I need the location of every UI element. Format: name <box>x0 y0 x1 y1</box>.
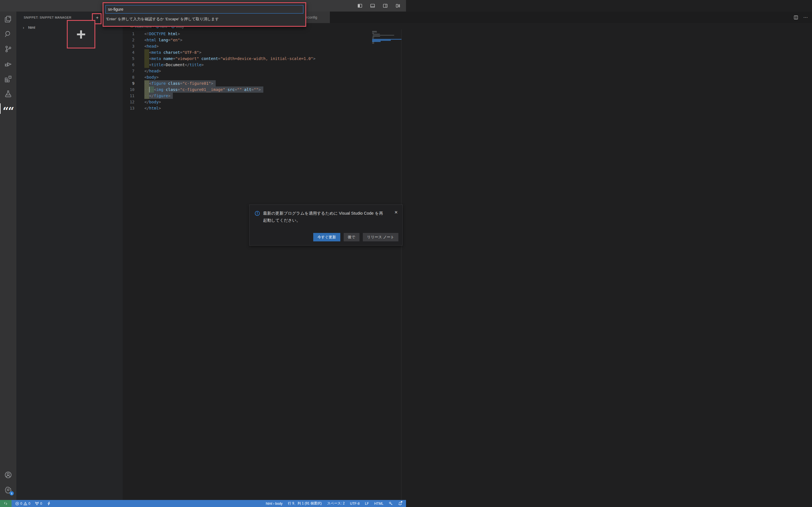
notification-message: 最新の更新プログラムを適用するために Visual Studio Code を再… <box>263 210 384 224</box>
sidebar-title: SNIPPET: SNIPPET MANAGER <box>24 16 71 19</box>
info-icon <box>255 211 260 216</box>
activity-bar-testing[interactable] <box>0 86 16 101</box>
code-line-5[interactable]: 5 <meta name="viewport" content="width=d… <box>123 55 406 62</box>
tree-item-label: html <box>28 24 35 31</box>
layout-sidebar-left-icon <box>357 3 362 8</box>
code-line-7[interactable]: 7</head> <box>123 68 406 74</box>
layout-customize-icon <box>396 3 400 8</box>
code-line-8[interactable]: 8<body> <box>123 74 406 80</box>
chevron-right-icon: › <box>23 24 24 31</box>
layout-controls <box>357 0 400 11</box>
run-debug-icon <box>4 60 12 68</box>
line-number: 7 <box>123 68 144 74</box>
code-line-3[interactable]: 3<head> <box>123 43 406 49</box>
layout-panel-icon-button[interactable] <box>370 3 375 8</box>
source-control-icon <box>4 45 12 53</box>
line-number: 11 <box>123 93 144 99</box>
notification-buttons: 今すぐ更新後でリリース ノート <box>313 233 398 241</box>
activity-bar-source-control[interactable] <box>0 41 16 56</box>
snippet-name-input[interactable] <box>105 5 303 13</box>
line-number: 12 <box>123 99 144 105</box>
activity-bar-run-debug[interactable] <box>0 56 16 71</box>
line-number: 5 <box>123 55 144 62</box>
layout-sidebar-left-icon-button[interactable] <box>357 3 362 8</box>
code-line-1[interactable]: 1<!DOCTYPE html> <box>123 31 406 37</box>
quick-input-hint: 'Enter' を押して入力を確認するか 'Escape' を押して取り消します <box>103 13 305 26</box>
code-line-11[interactable]: 11··</figure> <box>123 93 406 99</box>
search-icon <box>4 31 12 38</box>
line-number: 4 <box>123 49 144 55</box>
line-number: 1 <box>123 31 144 37</box>
info-icon <box>255 212 260 217</box>
code-line-13[interactable]: 13</html> <box>123 105 406 111</box>
code-line-4[interactable]: 4 <meta charset="UTF-8"> <box>123 49 406 55</box>
line-number: 13 <box>123 105 144 111</box>
line-number: 10 <box>123 87 144 93</box>
layout-panel-icon <box>370 3 375 8</box>
quick-input-field-wrap <box>105 5 303 13</box>
code-editor[interactable]: 1<!DOCTYPE html>2<html lang="en">3<head>… <box>123 31 406 111</box>
activity-bar-search[interactable] <box>0 26 16 41</box>
activity-bar: ““ 1 <box>0 11 16 253</box>
code-line-9[interactable]: 9··<figure·class="c-figure01"> <box>123 80 406 87</box>
files-icon <box>4 15 12 23</box>
text-cursor <box>149 87 150 93</box>
layout-customize-icon-button[interactable] <box>396 3 400 8</box>
activity-bar-extensions[interactable] <box>0 71 16 86</box>
line-number: 2 <box>123 37 144 43</box>
testing-icon <box>4 90 12 98</box>
layout-sidebar-right-icon <box>383 3 388 8</box>
extensions-icon <box>4 75 12 82</box>
line-number: 8 <box>123 74 144 80</box>
layout-sidebar-right-icon-button[interactable] <box>383 3 388 8</box>
activity-bar-files[interactable] <box>0 11 16 26</box>
notification-toast: 最新の更新プログラムを適用するために Visual Studio Code を再… <box>249 205 403 245</box>
add-snippet-button[interactable]: + <box>94 15 100 21</box>
line-number: 6 <box>123 62 144 68</box>
tab-editorconfig[interactable]: rconfig <box>306 11 330 23</box>
code-line-10[interactable]: 10····<img·class="c-figure01__image"·src… <box>123 87 406 93</box>
line-number: 9 <box>123 80 144 87</box>
code-line-6[interactable]: 6 <title>Document</title> <box>123 62 406 68</box>
activity-bar-top: ““ <box>0 11 16 116</box>
code-line-12[interactable]: 12</body> <box>123 99 406 105</box>
quick-input-widget: 'Enter' を押して入力を確認するか 'Escape' を押して取り消します <box>103 2 306 27</box>
line-number: 3 <box>123 43 144 49</box>
notification-button-release-notes[interactable]: リリース ノート <box>363 233 398 241</box>
activity-bar-snippet-quote[interactable]: ““ <box>0 101 16 116</box>
code-line-2[interactable]: 2<html lang="en"> <box>123 37 406 43</box>
notification-button-update-now[interactable]: 今すぐ更新 <box>313 233 340 241</box>
snippet-quote-icon: ““ <box>3 108 14 114</box>
notification-button-later[interactable]: 後で <box>344 233 359 241</box>
sidebar-snippet-manager: SNIPPET: SNIPPET MANAGER + › html <box>16 11 123 253</box>
close-icon[interactable]: ✕ <box>394 210 398 215</box>
